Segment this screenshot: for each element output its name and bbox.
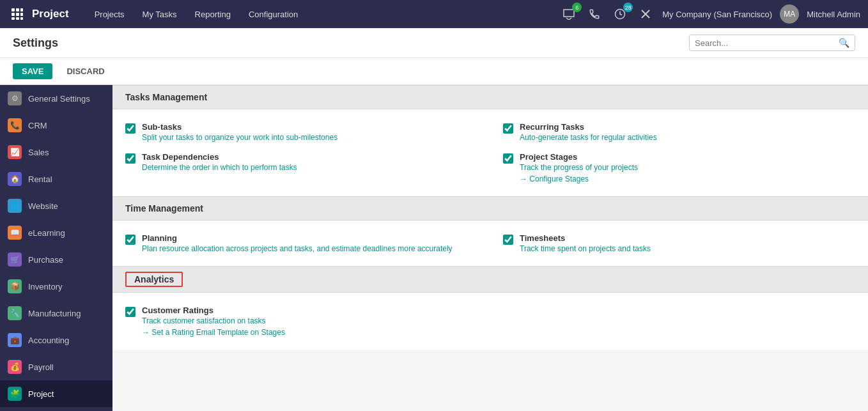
sidebar-item-accounting[interactable]: 💼 Accounting [0,327,112,353]
close-icon[interactable] [637,5,655,23]
nav-right-area: 6 28 My Company (San Francisco) MA Mitch… [560,4,860,24]
setting-subtasks: Sub-tasks Split your tasks to organize y… [125,122,477,142]
content-area: Tasks Management Sub-tasks Split your ta… [112,85,868,411]
timesheets-label: Timesheets [520,233,651,243]
nav-my-tasks[interactable]: My Tasks [135,6,185,23]
timesheets-desc: Track time spent on projects and tasks [520,244,651,253]
planning-desc: Plan resource allocation across projects… [142,244,453,253]
search-input[interactable] [695,38,839,48]
svg-rect-4 [16,13,19,16]
activity-badge: 28 [623,3,633,12]
action-bar: SAVE DISCARD [0,58,868,85]
sidebar-item-field-service[interactable]: 🔑 Field Service [0,407,112,411]
timesheets-checkbox[interactable] [503,235,513,245]
sidebar-label-inventory: Inventory [28,282,62,291]
purchase-icon: 🛒 [8,252,22,267]
sidebar-label-payroll: Payroll [28,362,54,372]
rental-icon: 🏠 [8,172,22,186]
sidebar-label-project: Project [28,389,54,399]
svg-rect-3 [12,13,15,16]
task-dependencies-label: Task Dependencies [142,152,297,162]
subtasks-checkbox[interactable] [125,123,136,134]
project-stages-desc: Track the progress of your projects [520,163,638,172]
msg-badge: 6 [572,3,582,12]
svg-rect-8 [20,17,23,20]
search-icon: 🔍 [839,38,849,48]
manufacturing-icon: 🔧 [8,306,22,320]
sidebar-label-accounting: Accounting [28,336,69,345]
configure-stages-link[interactable]: Configure Stages [520,174,638,183]
sidebar-item-project[interactable]: 🧩 Project [0,380,112,407]
sidebar-item-sales[interactable]: 📈 Sales [0,139,112,166]
payroll-icon: 💰 [8,360,22,374]
sidebar-label-crm: CRM [28,121,47,130]
inventory-icon: 📦 [8,279,22,293]
main-body: ⚙ General Settings 📞 CRM 📈 Sales 🏠 Renta… [0,85,868,411]
svg-rect-2 [20,8,23,12]
crm-icon: 📞 [8,118,22,132]
setting-project-stages: Project Stages Track the progress of you… [503,152,855,183]
recurring-tasks-desc: Auto-generate tasks for regular activiti… [520,133,657,142]
page-title: Settings [13,36,58,50]
subtasks-desc: Split your tasks to organize your work i… [142,133,337,142]
search-bar[interactable]: 🔍 [689,35,855,51]
timesheets-text: Timesheets Track time spent on projects … [520,233,651,253]
top-navigation: Project Projects My Tasks Reporting Conf… [0,0,868,28]
sidebar-label-purchase: Purchase [28,255,63,265]
planning-checkbox[interactable] [125,235,136,245]
save-button[interactable]: SAVE [13,63,52,79]
setting-recurring-tasks: Recurring Tasks Auto-generate tasks for … [503,122,855,142]
subtasks-text: Sub-tasks Split your tasks to organize y… [142,122,337,142]
setting-task-dependencies: Task Dependencies Determine the order in… [125,152,477,183]
sidebar-item-purchase[interactable]: 🛒 Purchase [0,246,112,273]
svg-rect-1 [16,8,19,12]
recurring-tasks-text: Recurring Tasks Auto-generate tasks for … [520,122,657,142]
subtasks-label: Sub-tasks [142,122,337,132]
user-name[interactable]: Mitchell Admin [807,10,860,19]
customer-ratings-text: Customer Ratings Track customer satisfac… [142,306,285,337]
recurring-tasks-label: Recurring Tasks [520,122,657,132]
nav-menu: Projects My Tasks Reporting Configuratio… [87,6,558,23]
setting-timesheets: Timesheets Track time spent on projects … [503,233,855,253]
sidebar-item-payroll[interactable]: 💰 Payroll [0,353,112,380]
nav-reporting[interactable]: Reporting [187,6,238,23]
app-title: Project [32,8,69,20]
sidebar-item-manufacturing[interactable]: 🔧 Manufacturing [0,300,112,327]
nav-configuration[interactable]: Configuration [241,6,306,23]
sidebar-item-crm[interactable]: 📞 CRM [0,112,112,139]
customer-ratings-checkbox[interactable] [125,307,136,317]
phone-icon[interactable] [585,5,603,23]
setting-customer-ratings: Customer Ratings Track customer satisfac… [125,306,855,337]
planning-label: Planning [142,233,453,243]
sidebar-label-website: Website [28,201,58,211]
project-icon: 🧩 [8,387,22,401]
sidebar-label-elearning: eLearning [28,228,65,238]
recurring-tasks-checkbox[interactable] [503,123,513,134]
project-stages-label: Project Stages [520,152,638,162]
website-icon: 🌐 [8,199,22,213]
sidebar-item-general-settings[interactable]: ⚙ General Settings [0,85,112,112]
activity-icon[interactable]: 28 [611,5,629,23]
app-grid-icon[interactable] [8,4,27,24]
messaging-icon[interactable]: 6 [560,5,578,23]
customer-ratings-label: Customer Ratings [142,306,285,315]
sidebar-item-elearning[interactable]: 📖 eLearning [0,219,112,246]
planning-text: Planning Plan resource allocation across… [142,233,453,253]
user-avatar[interactable]: MA [780,4,799,24]
sidebar-item-rental[interactable]: 🏠 Rental [0,166,112,192]
nav-projects[interactable]: Projects [87,6,132,23]
svg-rect-7 [16,17,19,20]
sidebar-item-website[interactable]: 🌐 Website [0,192,112,219]
discard-button[interactable]: DISCARD [58,63,113,79]
tasks-management-header: Tasks Management [112,85,868,109]
project-stages-checkbox[interactable] [503,153,513,164]
settings-header: Settings 🔍 [0,28,868,58]
task-dependencies-checkbox[interactable] [125,153,136,164]
analytics-label: Analytics [125,272,183,287]
svg-rect-6 [12,17,15,20]
sidebar-item-inventory[interactable]: 📦 Inventory [0,273,112,300]
task-dependencies-text: Task Dependencies Determine the order in… [142,152,297,172]
rating-email-template-link[interactable]: Set a Rating Email Template on Stages [142,328,285,337]
sales-icon: 📈 [8,145,22,159]
project-stages-text: Project Stages Track the progress of you… [520,152,638,183]
